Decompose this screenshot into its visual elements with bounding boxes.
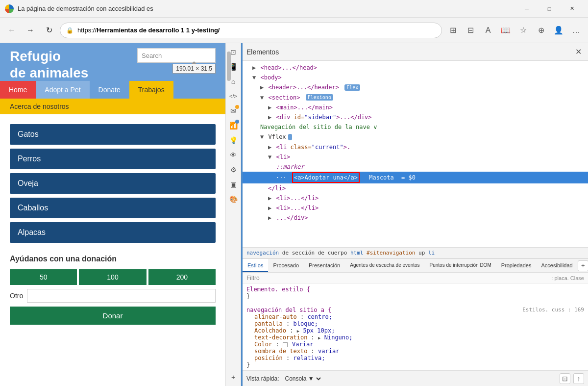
dom-line-li2[interactable]: ▶ <li>...</li> xyxy=(243,193,588,203)
dom-line-li-current[interactable]: ▶ <li class="current">. xyxy=(243,142,588,152)
toggle-li-current[interactable]: ▶ xyxy=(268,144,271,151)
filter-input[interactable] xyxy=(246,275,549,282)
dom-line-main[interactable]: ▶ <main>...</main> xyxy=(243,103,588,112)
animal-caballos[interactable]: Caballos xyxy=(10,198,216,218)
toggle-main[interactable]: ▶ xyxy=(268,104,271,111)
animal-alpacas[interactable]: Alpacas xyxy=(10,222,216,243)
css-tabs: Estilos Procesado Presentación Agentes d… xyxy=(243,259,588,273)
immersive-reader-icon[interactable]: 📖 xyxy=(498,23,514,38)
animal-perros[interactable]: Perros xyxy=(10,149,216,169)
bottom-dock-btn[interactable]: ⊡ xyxy=(560,373,570,384)
dom-line-a-selected[interactable]: ··· <a>Adoptar una</a> Mascota = $0 xyxy=(243,172,588,183)
collections-add-icon[interactable]: ⊕ xyxy=(533,23,549,38)
toggle-body[interactable]: ▼ xyxy=(252,74,256,81)
css-rules: Elemento. estilo { } navegación del siti… xyxy=(243,284,588,370)
profile-icon[interactable]: 👤 xyxy=(551,23,566,38)
toggle-section[interactable]: ▼ xyxy=(260,94,264,101)
home-icon[interactable]: ⌂ xyxy=(226,75,240,88)
address-input-wrapper[interactable]: 🔒 https://Herramientas de desarrollo 1 1… xyxy=(60,23,442,38)
browser-title: La página de demostración con accesibili… xyxy=(18,5,512,12)
favorites-icon[interactable]: ☆ xyxy=(515,23,531,38)
td-triangle[interactable]: ▶ xyxy=(318,335,320,340)
bc-id[interactable]: #sitenavigation xyxy=(367,250,415,256)
toggle-more[interactable]: ▶ xyxy=(268,214,271,221)
nav-home[interactable]: Home xyxy=(0,81,36,99)
nav-adopt[interactable]: Adopt a Pet xyxy=(36,81,89,99)
toggle-vflex[interactable]: ▼ xyxy=(260,133,264,140)
donar-button[interactable]: Donar xyxy=(10,307,216,325)
element-style-rule: Elemento. estilo { xyxy=(246,286,584,293)
device-emulation-icon[interactable]: 📱 xyxy=(226,60,240,74)
color-swatch[interactable] xyxy=(283,342,288,347)
dom-line-li3[interactable]: ▶ <li>...</li> xyxy=(243,203,588,213)
animal-oveja[interactable]: Oveja xyxy=(10,173,216,194)
dom-line-vflex[interactable]: ▼ Vflex xyxy=(243,132,588,142)
animal-gatos[interactable]: Gatos xyxy=(10,124,216,145)
mail-icon[interactable]: ✉ xyxy=(226,104,240,118)
toggle-li2[interactable]: ▶ xyxy=(268,195,271,202)
toggle-header[interactable]: ▶ xyxy=(260,84,264,91)
split-screen-icon[interactable]: ⊞ xyxy=(445,23,461,38)
css-tab-agentes[interactable]: Agentes de escucha de eventos xyxy=(345,259,424,272)
nav-donate[interactable]: Donate xyxy=(90,81,129,99)
dom-line-li[interactable]: ▼ <li> xyxy=(243,152,588,162)
dom-line-sidebar[interactable]: ▶ <div id="sidebar">...</div> xyxy=(243,112,588,122)
devtools-close-button[interactable]: ✕ xyxy=(572,46,584,58)
toggle-sidebar[interactable]: ▶ xyxy=(268,114,271,121)
tooltip-text: 190.01 × 31.5 xyxy=(176,65,212,72)
layout-icon[interactable]: ▣ xyxy=(226,178,240,191)
nav-rule-selector: navegación del sitio a { xyxy=(246,307,331,313)
dom-line[interactable]: ▶ <head>...</head> xyxy=(243,63,588,73)
prop-sombra: sombra de texto : variar xyxy=(246,348,584,355)
dom-line-body[interactable]: ▼ <body> xyxy=(243,73,588,82)
bottom-expand-btn[interactable]: ↑ xyxy=(573,373,584,384)
bc-navegacion[interactable]: navegación xyxy=(246,250,279,256)
css-tab-procesado[interactable]: Procesado xyxy=(268,259,304,272)
bc-html[interactable]: html xyxy=(350,250,364,256)
code-icon[interactable]: </> xyxy=(226,89,240,103)
css-tab-accesibilidad[interactable]: Accesibilidad xyxy=(537,259,578,272)
settings-icon[interactable]: ⚙ xyxy=(226,163,240,177)
toggle-li[interactable]: ▼ xyxy=(268,154,271,160)
reader-icon[interactable]: A xyxy=(480,23,496,38)
forward-button[interactable]: → xyxy=(23,23,38,38)
search-bar-wrapper[interactable]: Search xyxy=(137,48,216,63)
back-button[interactable]: ← xyxy=(4,23,20,38)
filter-bar: : placa. Clase xyxy=(243,273,588,284)
dom-line-section[interactable]: ▼ <section> Flexiono xyxy=(243,93,588,103)
amount-200[interactable]: 200 xyxy=(148,269,216,285)
inspect-icon[interactable]: ⊡ xyxy=(226,45,240,59)
bc-li[interactable]: li xyxy=(428,250,435,256)
css-tab-puntos[interactable]: Puntos de interrupción DOM xyxy=(425,259,496,272)
dom-line-header[interactable]: ▶ <header>...</header> Flex xyxy=(243,82,588,93)
acolchado-triangle[interactable]: ▶ xyxy=(297,329,299,334)
plus-icon[interactable]: + xyxy=(226,370,240,384)
bulb-icon[interactable]: 💡 xyxy=(226,133,240,147)
css-tab-estilos[interactable]: Estilos xyxy=(243,259,268,272)
refresh-button[interactable]: ↻ xyxy=(41,23,57,38)
toggle-li3[interactable]: ▶ xyxy=(268,205,271,211)
amount-100[interactable]: 100 xyxy=(79,269,146,285)
dom-line-comment: Navegación del sitio de la nave v xyxy=(243,122,588,132)
minimize-button[interactable]: ─ xyxy=(515,0,538,18)
vista-rapida-select[interactable]: Consola ▼ xyxy=(283,375,322,383)
wifi-icon[interactable]: 📶 xyxy=(226,119,240,132)
eye-icon[interactable]: 👁 xyxy=(226,148,240,162)
maximize-button[interactable]: □ xyxy=(538,0,561,18)
dom-line-marker[interactable]: ::marker xyxy=(243,162,588,172)
amount-50[interactable]: 50 xyxy=(10,269,77,285)
acerca-bar[interactable]: Acerca de nosotros xyxy=(0,99,225,114)
otro-input[interactable] xyxy=(27,289,216,303)
dom-tree[interactable]: ▶ <head>...</head> ▼ <body> ▶ <header>..… xyxy=(243,61,588,247)
nav-trabajos[interactable]: Trabajos xyxy=(129,81,173,99)
css-tab-presentacion[interactable]: Presentación xyxy=(304,259,345,272)
dom-line-li-close[interactable]: </li> xyxy=(243,183,588,193)
css-add-rule-btn[interactable]: + xyxy=(578,260,588,271)
color-icon[interactable]: 🎨 xyxy=(226,192,240,206)
dom-line-more[interactable]: ▶ ...</div> xyxy=(243,213,588,223)
css-tab-propiedades[interactable]: Propiedades xyxy=(496,259,537,272)
close-button[interactable]: ✕ xyxy=(561,0,583,18)
toggle-head[interactable]: ▶ xyxy=(252,64,256,71)
collections-icon[interactable]: ⊟ xyxy=(463,23,478,38)
more-options-icon[interactable]: … xyxy=(568,23,584,38)
